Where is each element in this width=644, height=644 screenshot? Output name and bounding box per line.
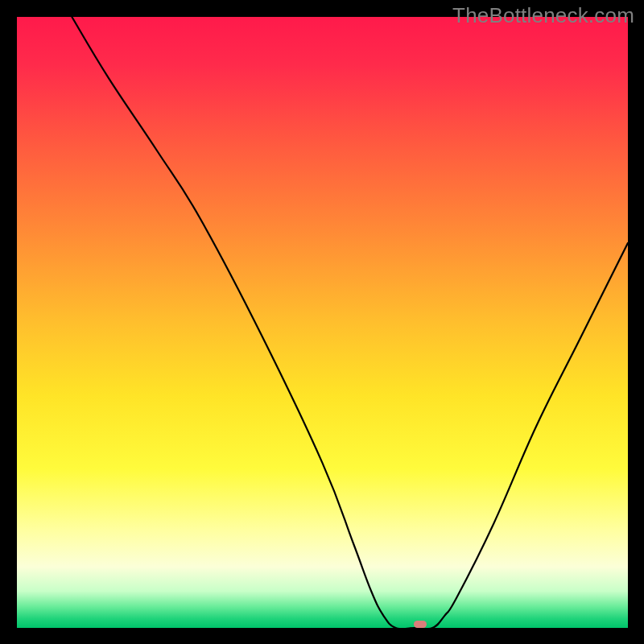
svg-rect-0: [17, 17, 628, 628]
plot-area: #curve-path{stroke-width:2.2px}: [17, 17, 628, 628]
watermark-label: TheBottleneck.com: [452, 3, 634, 28]
background-gradient: [17, 17, 628, 628]
optimal-marker: [414, 621, 427, 628]
chart-frame: TheBottleneck.com #curve-path{stroke-wid…: [0, 0, 644, 644]
